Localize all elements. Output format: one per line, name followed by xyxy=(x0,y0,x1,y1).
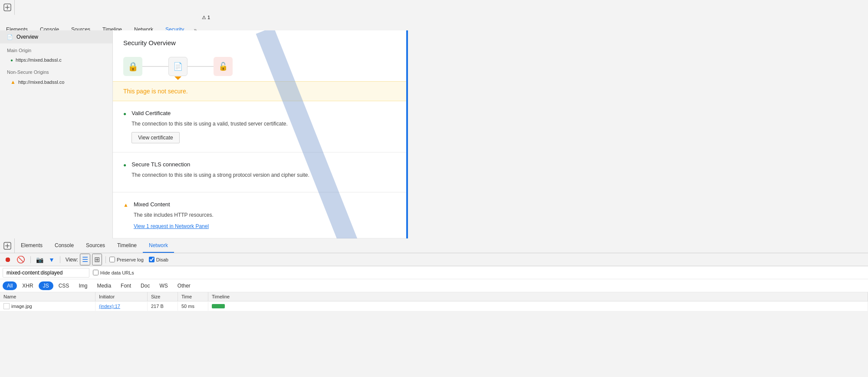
status-arrow xyxy=(174,76,181,80)
view-network-link[interactable]: View 1 request in Network Panel xyxy=(134,223,209,229)
devtools-logo-icon-left xyxy=(3,3,11,11)
table-row[interactable]: image.jpg (index):17 217 B 50 ms xyxy=(0,301,868,311)
filter-tab-doc[interactable]: Doc xyxy=(136,281,154,290)
mixed-section: ▲ Mixed Content The site includes HTTP r… xyxy=(113,192,406,238)
filename-text: image.jpg xyxy=(11,304,32,309)
nonsecure-dot: ▲ xyxy=(10,79,16,85)
list-view-button[interactable]: ☰ xyxy=(80,254,90,265)
view-text: View: xyxy=(66,257,78,263)
security-panel: 📄 Overview Main Origin ● https://mixed.b… xyxy=(0,30,408,238)
disable-cache-label-text: Disab xyxy=(156,257,168,262)
net-tab-sources[interactable]: Sources xyxy=(80,238,111,253)
hide-data-urls-checkbox[interactable] xyxy=(93,270,99,275)
cert-dot: ● xyxy=(123,111,126,117)
network-toolbar: ⏺ 🚫 📷 ▼ View: ☰ ⊞ Preserve log Disab xyxy=(0,253,868,266)
grid-view-button[interactable]: ⊞ xyxy=(92,254,102,265)
network-devtools-logo xyxy=(0,238,15,253)
td-filename: image.jpg xyxy=(0,301,95,311)
mixed-dot: ▲ xyxy=(123,202,128,208)
security-overview-header: Security Overview xyxy=(113,30,406,52)
devtools-logo-left xyxy=(0,0,15,15)
sep3 xyxy=(105,256,106,263)
hide-data-urls-text: Hide data URLs xyxy=(100,270,134,275)
cert-section: ● Valid Certificate The connection to th… xyxy=(113,101,406,152)
sep2 xyxy=(60,256,60,263)
network-devtools-tabs: Elements Console Sources Timeline Networ… xyxy=(0,238,868,253)
filter-tab-img[interactable]: Img xyxy=(74,281,92,290)
th-initiator: Initiator xyxy=(95,292,148,301)
main-origin-url: https://mixed.badssl.c xyxy=(16,57,62,63)
net-tab-network[interactable]: Network xyxy=(143,238,174,253)
th-timeline: Timeline xyxy=(208,292,868,301)
cert-title: Valid Certificate xyxy=(132,110,396,116)
disable-cache-control: Disab xyxy=(149,257,168,262)
cert-content: Valid Certificate The connection to this… xyxy=(132,110,396,143)
tls-dot: ● xyxy=(123,162,126,168)
timeline-bar xyxy=(212,304,225,308)
th-name: Name xyxy=(0,292,95,301)
file-icon xyxy=(3,303,10,309)
filter-tab-ws[interactable]: WS xyxy=(155,281,172,290)
hide-data-urls-control: Hide data URLs xyxy=(93,270,134,275)
net-tab-console[interactable]: Console xyxy=(49,238,80,253)
nonsecure-url: http://mixed.badssl.co xyxy=(18,79,64,85)
th-size: Size xyxy=(148,292,178,301)
mixed-title: Mixed Content xyxy=(134,201,396,208)
main-origin-dot: ● xyxy=(10,58,13,63)
disable-cache-checkbox[interactable] xyxy=(149,257,155,262)
preserve-log-checkbox[interactable] xyxy=(109,257,115,262)
th-time: Time xyxy=(178,292,208,301)
sep1 xyxy=(30,256,31,263)
net-tab-timeline[interactable]: Timeline xyxy=(111,238,143,253)
type-filter: All XHR JS CSS Img Media Font Doc WS Oth… xyxy=(0,279,868,292)
preserve-log-label-text: Preserve log xyxy=(117,257,144,262)
security-sidebar: 📄 Overview Main Origin ● https://mixed.b… xyxy=(0,30,113,238)
network-logo-icon xyxy=(3,242,11,250)
status-bar: 🔒 📄 🔓 xyxy=(113,52,406,81)
record-button[interactable]: ⏺ xyxy=(3,255,13,265)
not-secure-banner: This page is not secure. xyxy=(113,81,406,101)
table-header: Name Initiator Size Time Timeline xyxy=(0,292,868,301)
sidebar-main-origin-header: Main Origin xyxy=(0,43,112,55)
mixed-desc: The site includes HTTP resources. xyxy=(134,211,396,219)
main-wrapper: 📄 Overview Main Origin ● https://mixed.b… xyxy=(0,30,868,311)
preserve-log-control: Preserve log xyxy=(109,257,144,262)
net-tab-elements[interactable]: Elements xyxy=(15,238,49,253)
filter-tab-css[interactable]: CSS xyxy=(54,281,74,290)
td-time: 50 ms xyxy=(178,302,208,311)
top-devtools-tab-bar: Elements Console Sources Timeline Networ… xyxy=(0,0,868,30)
filter-tab-js[interactable]: JS xyxy=(39,281,53,290)
tls-content: Secure TLS connection The connection to … xyxy=(132,161,396,183)
status-icon-doc: 📄 xyxy=(168,57,187,76)
td-size: 217 B xyxy=(148,302,178,311)
sidebar-item-overview[interactable]: 📄 Overview xyxy=(0,30,112,43)
sidebar-nonsecure-origin[interactable]: ▲ http://mixed.badssl.co xyxy=(0,76,112,88)
status-icon-secure: 🔒 xyxy=(123,57,142,76)
filter-tab-all[interactable]: All xyxy=(3,281,17,290)
view-certificate-button[interactable]: View certificate xyxy=(132,132,179,143)
screenshot-button[interactable]: 📷 xyxy=(34,255,45,264)
td-timeline xyxy=(208,301,868,311)
security-content: Security Overview 🔒 📄 🔓 This page is not… xyxy=(113,30,406,238)
mixed-content: Mixed Content The site includes HTTP res… xyxy=(134,201,396,229)
network-panel: Elements Console Sources Timeline Networ… xyxy=(0,238,868,311)
sidebar-overview-label: Overview xyxy=(16,34,38,40)
sidebar-nonsecure-header: Non-Secure Origins xyxy=(0,65,112,76)
tls-desc: The connection to this site is using a s… xyxy=(132,171,396,179)
filter-tab-other[interactable]: Other xyxy=(173,281,195,290)
filter-bar: Hide data URLs xyxy=(0,266,868,279)
overview-icon: 📄 xyxy=(7,34,13,40)
right-tab-list: Elements Console Sources Timeline Networ… xyxy=(15,238,868,253)
sidebar-main-origin[interactable]: ● https://mixed.badssl.c xyxy=(0,55,112,65)
status-line-1 xyxy=(142,66,168,67)
status-icon-insecure: 🔓 xyxy=(214,57,233,76)
filter-input[interactable] xyxy=(3,268,89,278)
td-initiator[interactable]: (index):17 xyxy=(95,302,148,311)
cert-desc: The connection to this site is using a v… xyxy=(132,120,396,128)
clear-button[interactable]: 🚫 xyxy=(15,255,27,265)
tls-section: ● Secure TLS connection The connection t… xyxy=(113,152,406,192)
filter-tab-font[interactable]: Font xyxy=(116,281,135,290)
filter-tab-media[interactable]: Media xyxy=(92,281,115,290)
filter-toggle-button[interactable]: ▼ xyxy=(47,255,56,264)
filter-tab-xhr[interactable]: XHR xyxy=(18,281,37,290)
